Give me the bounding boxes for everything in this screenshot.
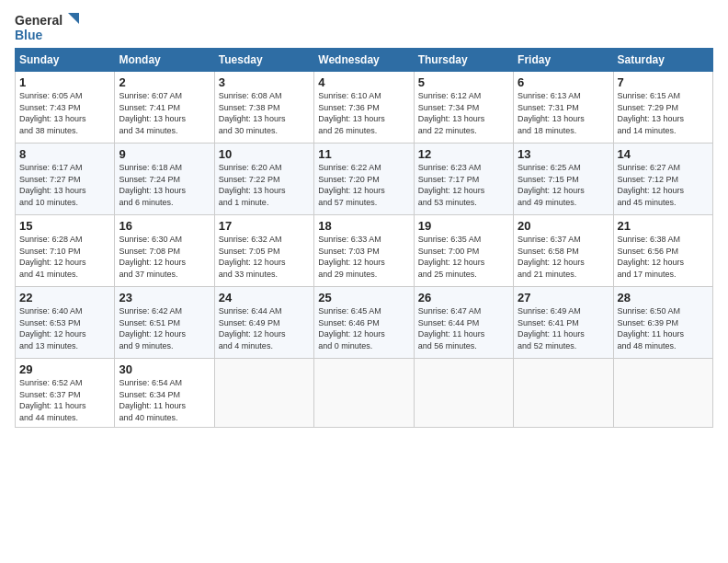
- weekday-header-row: SundayMondayTuesdayWednesdayThursdayFrid…: [16, 49, 713, 72]
- day-number: 11: [318, 147, 409, 161]
- day-info: Sunrise: 6:45 AM Sunset: 6:46 PM Dayligh…: [318, 305, 409, 351]
- day-number: 13: [518, 147, 609, 161]
- day-number: 6: [518, 75, 609, 89]
- calendar-cell: 29Sunrise: 6:52 AM Sunset: 6:37 PM Dayli…: [16, 359, 115, 428]
- day-number: 30: [119, 362, 210, 376]
- calendar-cell: 8Sunrise: 6:17 AM Sunset: 7:27 PM Daylig…: [16, 144, 115, 215]
- calendar-cell: 7Sunrise: 6:15 AM Sunset: 7:29 PM Daylig…: [613, 72, 712, 144]
- logo-text-general: General: [15, 13, 63, 28]
- day-number: 10: [219, 147, 310, 161]
- calendar-cell: [214, 359, 313, 428]
- calendar-cell: 19Sunrise: 6:35 AM Sunset: 7:00 PM Dayli…: [414, 215, 513, 287]
- weekday-header-monday: Monday: [115, 49, 214, 72]
- calendar-cell: 13Sunrise: 6:25 AM Sunset: 7:15 PM Dayli…: [514, 144, 613, 215]
- calendar-body: 1Sunrise: 6:05 AM Sunset: 7:43 PM Daylig…: [16, 72, 713, 428]
- day-number: 28: [618, 291, 709, 304]
- day-number: 20: [518, 219, 609, 233]
- calendar-cell: 27Sunrise: 6:49 AM Sunset: 6:41 PM Dayli…: [514, 287, 613, 359]
- page-header: General Blue: [15, 9, 713, 42]
- day-number: 17: [219, 219, 310, 233]
- weekday-header-friday: Friday: [514, 49, 613, 72]
- calendar-cell: 9Sunrise: 6:18 AM Sunset: 7:24 PM Daylig…: [115, 144, 214, 215]
- calendar-cell: 23Sunrise: 6:42 AM Sunset: 6:51 PM Dayli…: [115, 287, 214, 359]
- day-info: Sunrise: 6:07 AM Sunset: 7:41 PM Dayligh…: [119, 90, 210, 136]
- calendar-cell: 14Sunrise: 6:27 AM Sunset: 7:12 PM Dayli…: [613, 144, 712, 215]
- calendar-week-row: 15Sunrise: 6:28 AM Sunset: 7:10 PM Dayli…: [16, 215, 713, 287]
- day-info: Sunrise: 6:37 AM Sunset: 6:58 PM Dayligh…: [518, 234, 609, 280]
- calendar-cell: 10Sunrise: 6:20 AM Sunset: 7:22 PM Dayli…: [214, 144, 313, 215]
- calendar-cell: 20Sunrise: 6:37 AM Sunset: 6:58 PM Dayli…: [514, 215, 613, 287]
- svg-marker-0: [68, 13, 79, 24]
- day-info: Sunrise: 6:12 AM Sunset: 7:34 PM Dayligh…: [418, 90, 509, 136]
- logo-chevron-icon: [64, 13, 79, 28]
- day-info: Sunrise: 6:08 AM Sunset: 7:38 PM Dayligh…: [219, 90, 310, 136]
- day-info: Sunrise: 6:10 AM Sunset: 7:36 PM Dayligh…: [318, 90, 409, 136]
- day-number: 21: [618, 219, 709, 233]
- day-info: Sunrise: 6:20 AM Sunset: 7:22 PM Dayligh…: [219, 162, 310, 208]
- calendar-cell: 17Sunrise: 6:32 AM Sunset: 7:05 PM Dayli…: [214, 215, 313, 287]
- calendar-week-row: 1Sunrise: 6:05 AM Sunset: 7:43 PM Daylig…: [16, 72, 713, 144]
- day-info: Sunrise: 6:54 AM Sunset: 6:34 PM Dayligh…: [119, 377, 210, 423]
- calendar-cell: 28Sunrise: 6:50 AM Sunset: 6:39 PM Dayli…: [613, 287, 712, 359]
- calendar-cell: 16Sunrise: 6:30 AM Sunset: 7:08 PM Dayli…: [115, 215, 214, 287]
- day-number: 9: [119, 147, 210, 161]
- calendar-cell: [414, 359, 513, 428]
- calendar-cell: 30Sunrise: 6:54 AM Sunset: 6:34 PM Dayli…: [115, 359, 214, 428]
- calendar-cell: 5Sunrise: 6:12 AM Sunset: 7:34 PM Daylig…: [414, 72, 513, 144]
- calendar-cell: 25Sunrise: 6:45 AM Sunset: 6:46 PM Dayli…: [314, 287, 414, 359]
- logo: General Blue: [15, 13, 79, 42]
- day-number: 25: [318, 291, 409, 304]
- calendar-cell: [514, 359, 613, 428]
- day-info: Sunrise: 6:18 AM Sunset: 7:24 PM Dayligh…: [119, 162, 210, 208]
- day-info: Sunrise: 6:15 AM Sunset: 7:29 PM Dayligh…: [618, 90, 709, 136]
- day-info: Sunrise: 6:32 AM Sunset: 7:05 PM Dayligh…: [219, 234, 310, 280]
- day-number: 29: [19, 362, 110, 376]
- calendar-week-row: 8Sunrise: 6:17 AM Sunset: 7:27 PM Daylig…: [16, 144, 713, 215]
- calendar-week-row: 22Sunrise: 6:40 AM Sunset: 6:53 PM Dayli…: [16, 287, 713, 359]
- day-info: Sunrise: 6:27 AM Sunset: 7:12 PM Dayligh…: [618, 162, 709, 208]
- day-info: Sunrise: 6:44 AM Sunset: 6:49 PM Dayligh…: [219, 305, 310, 351]
- day-info: Sunrise: 6:49 AM Sunset: 6:41 PM Dayligh…: [518, 305, 609, 351]
- day-number: 2: [119, 75, 210, 89]
- calendar-cell: 26Sunrise: 6:47 AM Sunset: 6:44 PM Dayli…: [414, 287, 513, 359]
- day-number: 7: [618, 75, 709, 89]
- day-info: Sunrise: 6:47 AM Sunset: 6:44 PM Dayligh…: [418, 305, 509, 351]
- day-number: 27: [518, 291, 609, 304]
- day-number: 12: [418, 147, 509, 161]
- day-info: Sunrise: 6:30 AM Sunset: 7:08 PM Dayligh…: [119, 234, 210, 280]
- day-info: Sunrise: 6:50 AM Sunset: 6:39 PM Dayligh…: [618, 305, 709, 351]
- day-info: Sunrise: 6:17 AM Sunset: 7:27 PM Dayligh…: [19, 162, 110, 208]
- day-info: Sunrise: 6:05 AM Sunset: 7:43 PM Dayligh…: [19, 90, 110, 136]
- day-number: 22: [19, 291, 110, 304]
- calendar-cell: 21Sunrise: 6:38 AM Sunset: 6:56 PM Dayli…: [613, 215, 712, 287]
- day-info: Sunrise: 6:13 AM Sunset: 7:31 PM Dayligh…: [518, 90, 609, 136]
- day-info: Sunrise: 6:38 AM Sunset: 6:56 PM Dayligh…: [618, 234, 709, 280]
- day-info: Sunrise: 6:23 AM Sunset: 7:17 PM Dayligh…: [418, 162, 509, 208]
- weekday-header-wednesday: Wednesday: [314, 49, 414, 72]
- calendar-cell: 2Sunrise: 6:07 AM Sunset: 7:41 PM Daylig…: [115, 72, 214, 144]
- day-info: Sunrise: 6:25 AM Sunset: 7:15 PM Dayligh…: [518, 162, 609, 208]
- day-number: 8: [19, 147, 110, 161]
- day-number: 16: [119, 219, 210, 233]
- day-info: Sunrise: 6:22 AM Sunset: 7:20 PM Dayligh…: [318, 162, 409, 208]
- calendar-cell: 6Sunrise: 6:13 AM Sunset: 7:31 PM Daylig…: [514, 72, 613, 144]
- day-info: Sunrise: 6:52 AM Sunset: 6:37 PM Dayligh…: [19, 377, 110, 423]
- day-number: 14: [618, 147, 709, 161]
- day-info: Sunrise: 6:28 AM Sunset: 7:10 PM Dayligh…: [19, 234, 110, 280]
- day-number: 19: [418, 219, 509, 233]
- calendar-week-row: 29Sunrise: 6:52 AM Sunset: 6:37 PM Dayli…: [16, 359, 713, 428]
- calendar-cell: 22Sunrise: 6:40 AM Sunset: 6:53 PM Dayli…: [16, 287, 115, 359]
- weekday-header-tuesday: Tuesday: [214, 49, 313, 72]
- day-info: Sunrise: 6:33 AM Sunset: 7:03 PM Dayligh…: [318, 234, 409, 280]
- day-info: Sunrise: 6:42 AM Sunset: 6:51 PM Dayligh…: [119, 305, 210, 351]
- day-number: 26: [418, 291, 509, 304]
- day-number: 4: [318, 75, 409, 89]
- day-number: 1: [19, 75, 110, 89]
- calendar-cell: [613, 359, 712, 428]
- weekday-header-thursday: Thursday: [414, 49, 513, 72]
- weekday-header-saturday: Saturday: [613, 49, 712, 72]
- weekday-header-sunday: Sunday: [16, 49, 115, 72]
- calendar-cell: 3Sunrise: 6:08 AM Sunset: 7:38 PM Daylig…: [214, 72, 313, 144]
- calendar-cell: 4Sunrise: 6:10 AM Sunset: 7:36 PM Daylig…: [314, 72, 414, 144]
- calendar-cell: 24Sunrise: 6:44 AM Sunset: 6:49 PM Dayli…: [214, 287, 313, 359]
